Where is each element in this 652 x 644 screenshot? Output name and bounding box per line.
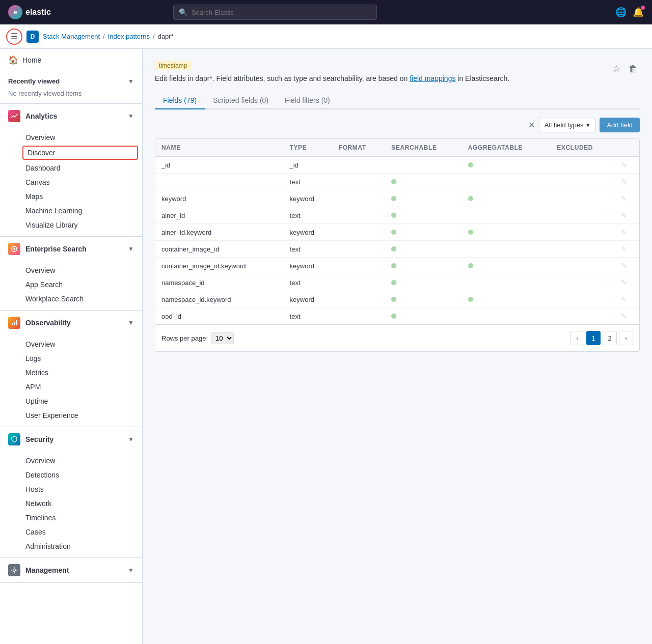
elastic-logo-icon: e	[8, 5, 22, 19]
sidebar-item-discover[interactable]: Discover	[22, 146, 138, 160]
field-excluded	[551, 241, 615, 258]
sidebar-item-dashboard[interactable]: Dashboard	[0, 161, 142, 175]
field-format	[333, 274, 386, 291]
sidebar-item-metrics[interactable]: Metrics	[0, 366, 142, 380]
next-page-button[interactable]: ›	[619, 331, 633, 345]
observability-section-header[interactable]: Observability ▼	[0, 311, 142, 335]
field-edit[interactable]: ✎	[615, 174, 639, 190]
field-searchable	[385, 241, 461, 258]
field-aggregatable	[462, 190, 551, 207]
sidebar-item-app-search[interactable]: App Search	[0, 277, 142, 292]
sidebar-home-item[interactable]: 🏠 Home	[0, 49, 142, 71]
sidebar-item-timelines[interactable]: Timelines	[0, 511, 142, 525]
field-edit[interactable]: ✎	[615, 258, 639, 274]
sidebar-item-overview-security[interactable]: Overview	[0, 454, 142, 468]
sidebar-item-overview-analytics[interactable]: Overview	[0, 130, 142, 145]
analytics-section-header[interactable]: Analytics ▼	[0, 104, 142, 128]
prev-page-button[interactable]: ‹	[570, 331, 584, 345]
main-content: timestamp Edit fields in dapr*. Field at…	[143, 49, 652, 644]
page-2-button[interactable]: 2	[603, 331, 617, 345]
hamburger-button[interactable]: ☰	[6, 29, 22, 45]
sidebar-item-apm[interactable]: APM	[0, 380, 142, 394]
field-edit[interactable]: ✎	[615, 207, 639, 224]
security-chevron: ▼	[128, 436, 134, 443]
subtitle-before: Edit fields in dapr*. Field attributes, …	[155, 74, 408, 82]
search-input[interactable]	[192, 9, 371, 16]
tab-scripted-fields[interactable]: Scripted fields (0)	[205, 92, 277, 109]
sidebar: 🏠 Home Recently viewed ▼ No recently vie…	[0, 49, 143, 644]
field-edit[interactable]: ✎	[615, 190, 639, 207]
observability-items: Overview Logs Metrics APM Uptime User Ex…	[0, 335, 142, 427]
filter-clear-button[interactable]: ✕	[528, 120, 535, 130]
enterprise-search-section-icon	[8, 243, 20, 255]
add-field-button[interactable]: Add field	[600, 118, 640, 132]
management-section-header[interactable]: Management ▼	[0, 558, 142, 582]
field-format	[333, 157, 386, 174]
sidebar-item-maps[interactable]: Maps	[0, 189, 142, 204]
field-edit[interactable]: ✎	[615, 274, 639, 291]
page-1-button[interactable]: 1	[586, 331, 601, 345]
recently-viewed-title: Recently viewed	[8, 77, 60, 85]
sidebar-item-machine-learning[interactable]: Machine Learning	[0, 204, 142, 218]
field-edit[interactable]: ✎	[615, 241, 639, 258]
table-row: keyword keyword ✎	[155, 190, 639, 207]
recently-viewed-chevron[interactable]: ▼	[128, 78, 134, 85]
global-search-bar[interactable]: 🔍	[173, 5, 377, 20]
sidebar-item-overview-enterprise[interactable]: Overview	[0, 263, 142, 277]
enterprise-search-section-header[interactable]: Enterprise Search ▼	[0, 237, 142, 261]
breadcrumb: Stack Management / Index patterns / dapr…	[43, 33, 174, 40]
field-type: keyword	[284, 291, 333, 308]
sidebar-item-workplace-search[interactable]: Workplace Search	[0, 292, 142, 306]
notification-icon[interactable]: 🔔	[633, 7, 644, 18]
field-edit[interactable]: ✎	[615, 224, 639, 241]
svg-point-1	[13, 248, 15, 250]
rows-per-page-select[interactable]: 10 25 50	[211, 332, 234, 344]
sidebar-item-user-experience[interactable]: User Experience	[0, 408, 142, 423]
tab-fields[interactable]: Fields (79)	[155, 92, 205, 109]
field-edit[interactable]: ✎	[615, 308, 639, 325]
sidebar-item-overview-observability[interactable]: Overview	[0, 337, 142, 351]
field-edit[interactable]: ✎	[615, 157, 639, 174]
table-row: ainer_id text ✎	[155, 207, 639, 224]
breadcrumb-index-patterns[interactable]: Index patterns	[108, 33, 150, 40]
tab-field-filters[interactable]: Field filters (0)	[277, 92, 338, 109]
field-searchable	[385, 274, 461, 291]
sidebar-item-cases[interactable]: Cases	[0, 525, 142, 539]
sidebar-section-enterprise-search: Enterprise Search ▼ Overview App Search …	[0, 237, 142, 311]
security-section-header[interactable]: Security ▼	[0, 427, 142, 452]
field-format	[333, 190, 386, 207]
sidebar-item-logs[interactable]: Logs	[0, 351, 142, 366]
field-aggregatable	[462, 207, 551, 224]
sidebar-item-hosts[interactable]: Hosts	[0, 482, 142, 496]
breadcrumb-stack-management[interactable]: Stack Management	[43, 33, 100, 40]
field-type-dropdown[interactable]: All field types ▾	[539, 118, 596, 132]
svg-rect-3	[14, 322, 15, 325]
edit-icon: ✎	[621, 295, 627, 303]
field-aggregatable	[462, 308, 551, 325]
field-format	[333, 174, 386, 190]
management-chevron: ▼	[128, 567, 134, 574]
svg-rect-2	[12, 323, 13, 325]
field-searchable	[385, 291, 461, 308]
sidebar-item-network[interactable]: Network	[0, 496, 142, 511]
field-mappings-link[interactable]: field mappings	[410, 74, 455, 82]
top-navigation-bar: e elastic 🔍 🌐 🔔	[0, 0, 652, 24]
sidebar-item-uptime[interactable]: Uptime	[0, 394, 142, 408]
globe-icon[interactable]: 🌐	[615, 7, 627, 18]
edit-icon: ✎	[621, 161, 627, 169]
sidebar-item-administration[interactable]: Administration	[0, 539, 142, 553]
field-edit[interactable]: ✎	[615, 291, 639, 308]
field-format	[333, 308, 386, 325]
trash-button[interactable]: 🗑	[627, 61, 640, 76]
breadcrumb-current: dapr*	[158, 33, 174, 40]
edit-icon: ✎	[621, 211, 627, 219]
table-header-format: Format	[333, 139, 386, 157]
sidebar-item-visualize-library[interactable]: Visualize Library	[0, 218, 142, 232]
sidebar-item-canvas[interactable]: Canvas	[0, 175, 142, 189]
sidebar-item-detections[interactable]: Detections	[0, 468, 142, 482]
index-pattern-tabs: Fields (79) Scripted fields (0) Field fi…	[155, 92, 640, 109]
star-button[interactable]: ☆	[610, 61, 622, 76]
field-searchable	[385, 174, 461, 190]
page-subtitle: Edit fields in dapr*. Field attributes, …	[155, 73, 610, 84]
table-row: text ✎	[155, 174, 639, 190]
